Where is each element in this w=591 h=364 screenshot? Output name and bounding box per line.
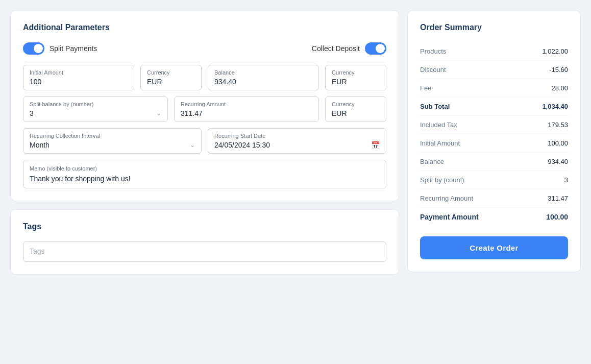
recurring-start-value: 24/05/2024 15:30 bbox=[214, 141, 270, 149]
initial-currency-field[interactable]: Currency EUR bbox=[140, 65, 202, 90]
recurring-interval-label: Recurring Collection Interval bbox=[30, 133, 195, 139]
interval-date-row: Recurring Collection Interval Month ⌄ Re… bbox=[23, 128, 386, 154]
order-summary-rows: Products 1,022.00 Discount -15.60 Fee 28… bbox=[420, 42, 568, 226]
recurring-start-label: Recurring Start Date bbox=[214, 133, 380, 139]
calendar-icon[interactable]: 📅 bbox=[371, 141, 380, 149]
memo-label: Memo (visible to customer) bbox=[30, 165, 380, 172]
balance-currency-label: Currency bbox=[332, 69, 380, 76]
recurring-start-field[interactable]: Recurring Start Date 24/05/2024 15:30 📅 bbox=[208, 128, 386, 154]
summary-label: Discount bbox=[420, 66, 446, 74]
additional-parameters-card: Additional Parameters Split Payments Col… bbox=[10, 10, 399, 201]
summary-value: 100.00 bbox=[548, 139, 568, 147]
summary-row: Initial Amount 100.00 bbox=[420, 134, 568, 153]
balance-field[interactable]: Balance 934.40 bbox=[208, 65, 319, 90]
recurring-currency-value: EUR bbox=[332, 109, 380, 117]
interval-chevron-icon: ⌄ bbox=[190, 141, 195, 149]
summary-label: Balance bbox=[420, 158, 444, 165]
amount-row: Initial Amount 100 Currency EUR Balance … bbox=[23, 65, 386, 90]
recurring-amount-field[interactable]: Recurring Amount 311.47 bbox=[174, 96, 319, 122]
recurring-interval-field[interactable]: Recurring Collection Interval Month ⌄ bbox=[23, 128, 202, 154]
split-payments-group: Split Payments bbox=[23, 42, 97, 55]
tags-input[interactable]: Tags bbox=[23, 241, 386, 262]
collect-deposit-toggle[interactable] bbox=[365, 42, 386, 55]
memo-value: Thank you for shopping with us! bbox=[30, 175, 131, 183]
split-balance-field[interactable]: Split balance by (number) 3 ⌄ bbox=[23, 96, 168, 122]
initial-currency-label: Currency bbox=[147, 69, 195, 76]
balance-value: 934.40 bbox=[214, 78, 312, 86]
collect-deposit-label: Collect Deposit bbox=[312, 44, 360, 53]
tags-title: Tags bbox=[23, 222, 386, 231]
summary-value: 934.40 bbox=[548, 158, 568, 165]
summary-row: Split by (count) 3 bbox=[420, 171, 568, 189]
additional-parameters-title: Additional Parameters bbox=[23, 23, 386, 32]
balance-currency-value: EUR bbox=[332, 78, 380, 86]
split-payments-toggle[interactable] bbox=[23, 42, 44, 55]
summary-row: Discount -15.60 bbox=[420, 61, 568, 79]
recurring-amount-label: Recurring Amount bbox=[181, 101, 312, 107]
summary-value: 28.00 bbox=[551, 84, 568, 92]
split-payments-label: Split Payments bbox=[50, 44, 97, 53]
tags-card: Tags Tags bbox=[10, 209, 399, 275]
recurring-currency-field[interactable]: Currency EUR bbox=[325, 96, 386, 122]
summary-label: Products bbox=[420, 47, 446, 55]
split-balance-chevron-icon: ⌄ bbox=[156, 110, 161, 117]
initial-amount-label: Initial Amount bbox=[30, 69, 128, 76]
split-recurring-row: Split balance by (number) 3 ⌄ Recurring … bbox=[23, 96, 386, 122]
recurring-currency-label: Currency bbox=[332, 101, 380, 107]
summary-value: 1,022.00 bbox=[542, 47, 568, 55]
summary-value: 311.47 bbox=[548, 195, 568, 202]
toggle-row: Split Payments Collect Deposit bbox=[23, 42, 386, 55]
balance-label: Balance bbox=[214, 69, 312, 76]
summary-value: 100.00 bbox=[546, 213, 568, 221]
summary-row: Products 1,022.00 bbox=[420, 42, 568, 61]
order-summary-card: Order Summary Products 1,022.00 Discount… bbox=[407, 10, 581, 272]
summary-label: Split by (count) bbox=[420, 176, 464, 184]
initial-amount-field[interactable]: Initial Amount 100 bbox=[23, 65, 134, 90]
create-order-button[interactable]: Create Order bbox=[420, 236, 568, 259]
summary-row: Balance 934.40 bbox=[420, 153, 568, 171]
summary-value: 179.53 bbox=[548, 121, 568, 129]
summary-row: Sub Total 1,034.40 bbox=[420, 98, 568, 116]
split-balance-label: Split balance by (number) bbox=[30, 101, 161, 107]
summary-label: Sub Total bbox=[420, 103, 450, 110]
summary-label: Initial Amount bbox=[420, 139, 460, 147]
initial-amount-value: 100 bbox=[30, 78, 128, 86]
summary-value: 3 bbox=[564, 176, 568, 184]
recurring-amount-value: 311.47 bbox=[181, 109, 312, 117]
summary-label: Fee bbox=[420, 84, 431, 92]
recurring-interval-value: Month bbox=[30, 141, 50, 149]
summary-row: Payment Amount 100.00 bbox=[420, 208, 568, 226]
order-summary-title: Order Summary bbox=[420, 23, 568, 32]
summary-row: Fee 28.00 bbox=[420, 79, 568, 98]
summary-row: Included Tax 179.53 bbox=[420, 116, 568, 134]
summary-label: Payment Amount bbox=[420, 213, 479, 221]
summary-label: Recurring Amount bbox=[420, 195, 473, 202]
summary-row: Recurring Amount 311.47 bbox=[420, 189, 568, 208]
collect-deposit-group: Collect Deposit bbox=[312, 42, 386, 55]
summary-label: Included Tax bbox=[420, 121, 457, 129]
split-balance-value: 3 bbox=[30, 109, 34, 117]
initial-currency-value: EUR bbox=[147, 78, 195, 86]
summary-value: -15.60 bbox=[549, 66, 568, 74]
summary-value: 1,034.40 bbox=[542, 103, 568, 110]
balance-currency-field[interactable]: Currency EUR bbox=[325, 65, 386, 90]
memo-field[interactable]: Memo (visible to customer) Thank you for… bbox=[23, 160, 386, 188]
